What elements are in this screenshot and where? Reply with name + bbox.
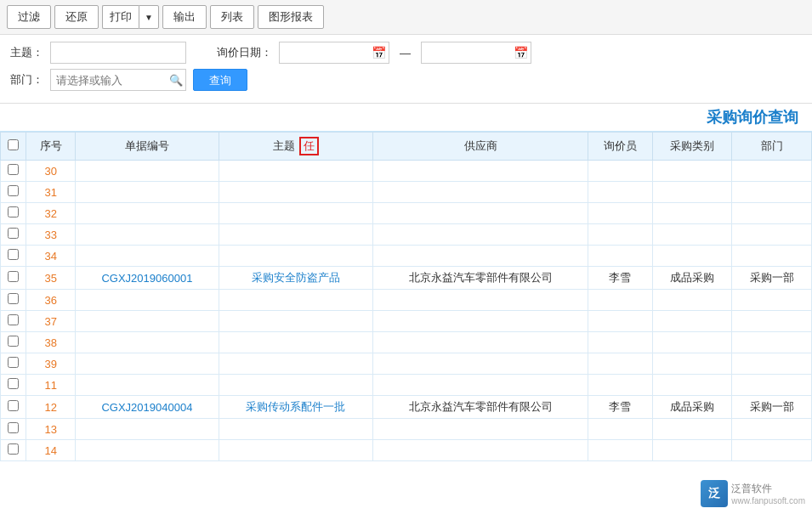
seq-cell: 31	[26, 182, 76, 203]
row-checkbox[interactable]	[8, 228, 19, 239]
category-cell	[652, 182, 732, 203]
row-checkbox[interactable]	[8, 293, 19, 304]
supplier-cell	[373, 332, 588, 353]
table-row: 33	[1, 224, 812, 246]
dept-label: 部门：	[10, 72, 43, 88]
seq-cell: 36	[26, 290, 76, 311]
row-checkbox[interactable]	[8, 357, 19, 368]
subject-filter-indicator: 任	[299, 137, 319, 155]
doc-no-cell	[76, 375, 219, 396]
dept-cell	[732, 203, 812, 224]
header-dept: 部门	[732, 133, 812, 161]
main-table: 序号 单据编号 主题 任 供应商 询价员 采购类别 部门 30313233343…	[0, 132, 812, 461]
category-cell	[652, 375, 732, 396]
toolbar: 过滤 还原 打印 ▼ 输出 列表 图形报表	[0, 0, 812, 35]
table-row: 12CGXJ2019040004采购传动系配件一批北京永益汽车零部件有限公司李雪…	[1, 396, 812, 419]
header-subject: 主题 任	[219, 133, 373, 161]
supplier-cell	[373, 224, 588, 246]
table-header-row: 序号 单据编号 主题 任 供应商 询价员 采购类别 部门	[1, 133, 812, 161]
doc-no-cell	[76, 290, 219, 311]
date-label: 询价日期：	[217, 45, 272, 60]
table-body: 303132333435CGXJ2019060001采购安全防盗产品北京永益汽车…	[1, 161, 812, 461]
row-checkbox[interactable]	[8, 185, 19, 196]
dept-cell: 采购一部	[732, 396, 812, 419]
supplier-cell	[373, 246, 588, 267]
category-cell	[652, 353, 732, 375]
table-row: 34	[1, 246, 812, 267]
table-row: 14	[1, 440, 812, 461]
subject-cell	[219, 246, 373, 267]
dept-cell: 采购一部	[732, 267, 812, 290]
seq-cell: 12	[26, 396, 76, 419]
doc-no-cell	[76, 161, 219, 182]
doc-no-cell	[76, 419, 219, 440]
seq-cell: 11	[26, 375, 76, 396]
row-checkbox[interactable]	[8, 422, 19, 433]
list-button[interactable]: 列表	[210, 5, 254, 29]
query-button[interactable]: 查询	[193, 69, 247, 91]
inquirer-cell	[588, 332, 652, 353]
row-checkbox[interactable]	[8, 249, 19, 260]
subject-cell	[219, 182, 373, 203]
seq-cell: 13	[26, 419, 76, 440]
header-seq: 序号	[26, 133, 76, 161]
date-end-wrap: 📅	[421, 42, 531, 64]
print-dropdown-button[interactable]: ▼	[139, 5, 159, 29]
seq-cell: 30	[26, 161, 76, 182]
category-cell: 成品采购	[652, 396, 732, 419]
table-row: 39	[1, 353, 812, 375]
row-checkbox[interactable]	[8, 206, 19, 217]
category-cell	[652, 332, 732, 353]
subject-cell	[219, 375, 373, 396]
seq-cell: 38	[26, 332, 76, 353]
row-checkbox[interactable]	[8, 271, 19, 282]
table-row: 30	[1, 161, 812, 182]
subject-cell	[219, 419, 373, 440]
row-checkbox[interactable]	[8, 378, 19, 389]
doc-no-cell	[76, 246, 219, 267]
dept-cell	[732, 224, 812, 246]
category-cell	[652, 161, 732, 182]
doc-no-cell	[76, 440, 219, 461]
doc-no-cell	[76, 311, 219, 332]
doc-no-cell	[76, 182, 219, 203]
dept-search-icon[interactable]: 🔍	[169, 74, 183, 87]
subject-cell	[219, 353, 373, 375]
supplier-cell	[373, 419, 588, 440]
header-checkbox[interactable]	[8, 139, 19, 150]
seq-cell: 35	[26, 267, 76, 290]
row-checkbox[interactable]	[8, 443, 19, 455]
supplier-cell	[373, 375, 588, 396]
header-category: 采购类别	[652, 133, 732, 161]
print-main-button[interactable]: 打印	[102, 5, 139, 29]
dept-cell	[732, 161, 812, 182]
restore-button[interactable]: 还原	[54, 5, 99, 29]
export-button[interactable]: 输出	[162, 5, 207, 29]
subject-cell	[219, 203, 373, 224]
table-row: 35CGXJ2019060001采购安全防盗产品北京永益汽车零部件有限公司李雪成…	[1, 267, 812, 290]
date-end-input[interactable]	[421, 42, 531, 64]
row-checkbox[interactable]	[8, 314, 19, 325]
row-checkbox[interactable]	[8, 400, 19, 411]
subject-input[interactable]	[50, 42, 186, 64]
date-start-wrap: 📅	[279, 42, 389, 64]
doc-no-cell[interactable]: CGXJ2019060001	[76, 267, 219, 290]
category-cell: 成品采购	[652, 267, 732, 290]
row-checkbox[interactable]	[8, 164, 19, 175]
doc-no-cell[interactable]: CGXJ2019040004	[76, 396, 219, 419]
subject-cell	[219, 224, 373, 246]
date-separator: —	[400, 47, 411, 59]
inquirer-cell	[588, 311, 652, 332]
dept-cell	[732, 419, 812, 440]
row-checkbox[interactable]	[8, 336, 19, 347]
date-start-input[interactable]	[279, 42, 389, 64]
filter-button[interactable]: 过滤	[7, 5, 51, 29]
dept-cell	[732, 375, 812, 396]
chart-button[interactable]: 图形报表	[258, 5, 324, 29]
doc-no-cell	[76, 332, 219, 353]
supplier-cell	[373, 440, 588, 461]
supplier-cell	[373, 203, 588, 224]
table-wrap: 序号 单据编号 主题 任 供应商 询价员 采购类别 部门 30313233343…	[0, 131, 812, 461]
inquirer-cell	[588, 353, 652, 375]
dept-input[interactable]	[50, 69, 186, 91]
